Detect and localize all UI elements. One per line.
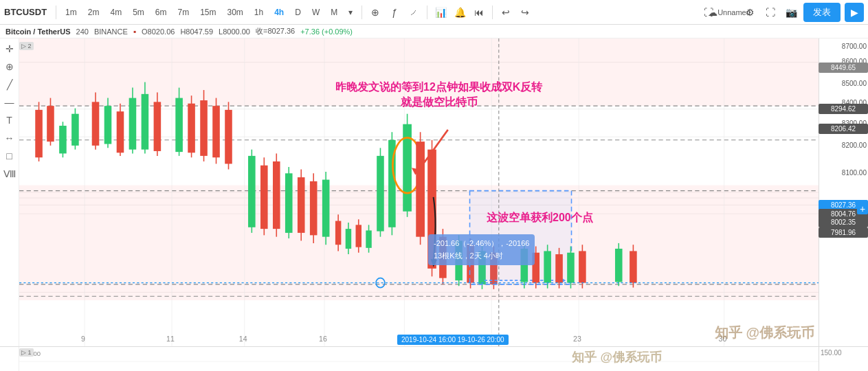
interval-label: 240 <box>76 27 89 36</box>
bottom-indicator: ▷ 1 150.00 100.00 − + ◀ ▶ ↺ 150.00 100.0… <box>0 346 868 371</box>
camera-icon[interactable]: 📷 <box>783 4 799 21</box>
cloud-icon[interactable]: ☁ Unnamed <box>721 4 737 21</box>
indicator-left-space <box>0 347 19 371</box>
indicator-max-label: 150.00 <box>819 347 868 359</box>
price-badge-8002: 8002.35 <box>819 217 868 227</box>
play-button[interactable]: ▶ <box>845 3 864 22</box>
price-lock-button[interactable]: + <box>857 203 868 214</box>
chart-container: ✛ ⊕ ╱ — T ↔ □ Ⅷ <box>0 38 868 346</box>
tf-4h[interactable]: 4h <box>270 6 288 19</box>
price-8200: 8200.00 <box>842 142 867 149</box>
alert-icon[interactable]: 🔔 <box>452 4 468 21</box>
svg-rect-8 <box>19 38 819 106</box>
expand-icon[interactable]: ⛶ <box>762 4 779 21</box>
fibonacci-tool[interactable]: Ⅷ <box>2 166 17 181</box>
tf-d[interactable]: D <box>291 6 305 19</box>
high-value: H8047.59 <box>180 27 213 36</box>
tf-1m[interactable]: 1m <box>61 6 81 19</box>
main-chart-area[interactable]: 9 11 14 16 18 21 23 30 昨晚发文说的等到12点钟如果收成双… <box>19 38 819 346</box>
separator-3 <box>427 5 427 19</box>
low-value: L8000.00 <box>219 27 250 36</box>
measure-tool[interactable]: ↔ <box>2 131 17 146</box>
price-8100: 8100.00 <box>842 169 867 177</box>
tf-4m[interactable]: 4m <box>106 6 126 19</box>
tf-m[interactable]: M <box>326 6 342 19</box>
settings-icon[interactable]: ⚙ <box>742 4 758 21</box>
measurement-tooltip: -201.66（-2.46%），-20166 13根K线，2天 4小时 <box>428 234 535 265</box>
price-badge-7981: 7981.96 <box>819 227 868 238</box>
toolbar-right: ⛶ ☁ Unnamed ⚙ ⛶ 📷 发表 ▶ <box>700 3 864 22</box>
replay-icon[interactable]: ⏮ <box>471 4 487 21</box>
undo-icon[interactable]: ↩ <box>498 4 514 21</box>
svg-text:9: 9 <box>81 335 85 344</box>
open-value: O8020.06 <box>142 27 175 36</box>
tf-dropdown[interactable]: ▾ <box>344 6 357 19</box>
change-value: +7.36 (+0.09%) <box>300 27 353 36</box>
exchange-label: BINANCE <box>94 27 128 36</box>
tf-15m[interactable]: 15m <box>196 6 220 19</box>
price-8700: 8700.00 <box>842 43 867 50</box>
tf-1h[interactable]: 1h <box>250 6 267 19</box>
svg-text:14: 14 <box>239 335 247 344</box>
text-tool[interactable]: T <box>2 113 17 128</box>
tf-w[interactable]: W <box>308 6 324 19</box>
horizontal-line-tool[interactable]: — <box>2 95 17 110</box>
info-bar: Bitcoin / TetherUS 240 BINANCE ▪ O8020.0… <box>0 25 868 38</box>
symbol-label[interactable]: BTCUSDT <box>4 7 47 17</box>
publish-button[interactable]: 发表 <box>803 3 841 22</box>
tf-7m[interactable]: 7m <box>173 6 193 19</box>
trendline-icon[interactable]: ⟋ <box>405 4 422 21</box>
tf-30m[interactable]: 30m <box>223 6 247 19</box>
svg-text:11: 11 <box>166 335 175 344</box>
cursor-tool[interactable]: ✛ <box>2 41 17 56</box>
price-badge-8449: 8449.65 <box>819 63 868 73</box>
candlestick-chart: 9 11 14 16 18 21 23 30 <box>19 38 819 346</box>
indicator-svg: 150.00 100.00 <box>19 347 819 371</box>
warning-icon: ▪ <box>133 27 136 36</box>
separator-4 <box>492 5 493 19</box>
svg-text:30: 30 <box>719 335 727 344</box>
svg-text:23: 23 <box>573 335 581 344</box>
separator-2 <box>361 5 362 19</box>
tf-6m[interactable]: 6m <box>151 6 171 19</box>
price-8500: 8500.00 <box>842 80 867 87</box>
price-axis: 8700.00 8600.00 8449.65 8500.00 8400.00 … <box>819 38 868 346</box>
close-value: 收=8027.36 <box>256 26 295 36</box>
tf-5m[interactable]: 5m <box>129 6 148 19</box>
tf-2m[interactable]: 2m <box>84 6 104 19</box>
indicator-icon[interactable]: ƒ <box>386 4 403 21</box>
price-badge-8206: 8206.42 <box>819 124 868 134</box>
indicator-collapse-button[interactable]: ▷ 1 <box>19 348 34 357</box>
crosshair-tool[interactable]: ⊕ <box>2 59 17 74</box>
indicator-chart: ▷ 1 150.00 100.00 − + ◀ ▶ ↺ <box>19 347 819 371</box>
compare-icon[interactable]: ⊕ <box>367 4 383 21</box>
separator-1 <box>56 5 56 19</box>
trendline-tool[interactable]: ╱ <box>2 77 17 92</box>
price-badge-8294: 8294.62 <box>819 104 868 114</box>
chart-type-icon[interactable]: 📊 <box>432 4 449 21</box>
main-toolbar: BTCUSDT 1m 2m 4m 5m 6m 7m 15m 30m 1h 4h … <box>0 0 868 25</box>
indicator-price-axis: 150.00 100.00 <box>819 347 868 371</box>
drawing-toolbar: ✛ ⊕ ╱ — T ↔ □ Ⅷ <box>0 38 19 346</box>
chart-collapse-button[interactable]: ▷ 2 <box>19 42 34 50</box>
pair-label: Bitcoin / TetherUS <box>5 27 71 36</box>
svg-text:16: 16 <box>319 335 327 344</box>
rectangle-tool[interactable]: □ <box>2 148 17 164</box>
time-range-tooltip: 2019-10-24 16:00 19-10-26 20:00 <box>397 335 509 345</box>
redo-icon[interactable]: ↪ <box>517 4 533 21</box>
